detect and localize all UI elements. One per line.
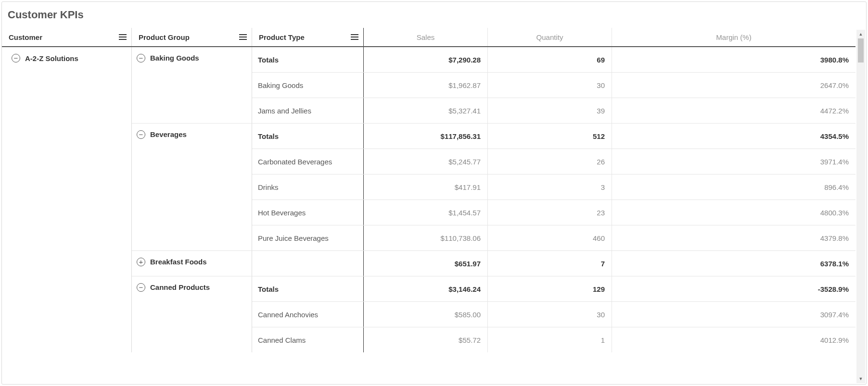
header-quantity[interactable]: Quantity xyxy=(488,28,612,46)
totals-quantity-cell: 7 xyxy=(488,251,612,276)
group-name: Breakfast Foods xyxy=(150,258,207,266)
header-product-type[interactable]: Product Type xyxy=(252,28,364,46)
panel-title: Customer KPIs xyxy=(2,2,866,28)
groups-column: Baking GoodsTotals$7,290.28693980.8%Baki… xyxy=(132,47,855,352)
header-customer-label: Customer xyxy=(9,33,42,41)
vertical-scrollbar[interactable]: ▲ ▼ xyxy=(856,30,865,383)
margin-cell: 3097.4% xyxy=(612,302,855,327)
expand-icon[interactable] xyxy=(137,258,145,266)
group-block: Canned ProductsTotals$3,146.24129-3528.9… xyxy=(132,276,855,352)
group-rows: Totals$117,856.315124354.5%Carbonated Be… xyxy=(252,124,855,250)
customer-column: A-2-Z Solutions xyxy=(2,47,132,352)
totals-sales-cell: $651.97 xyxy=(364,251,488,276)
table-row[interactable]: Hot Beverages$1,454.57234800.3% xyxy=(252,200,855,225)
menu-icon[interactable] xyxy=(239,34,247,40)
product-type-cell: Jams and Jellies xyxy=(252,98,364,123)
header-product-group[interactable]: Product Group xyxy=(132,28,252,46)
group-rows: $651.9776378.1% xyxy=(252,251,855,276)
product-type-cell: Hot Beverages xyxy=(252,200,364,225)
scroll-track[interactable] xyxy=(856,38,865,374)
menu-icon[interactable] xyxy=(351,34,358,40)
margin-cell: 3971.4% xyxy=(612,149,855,174)
collapse-icon[interactable] xyxy=(137,54,145,62)
margin-cell: 4379.8% xyxy=(612,225,855,250)
scroll-down-arrow-icon[interactable]: ▼ xyxy=(856,374,865,383)
group-totals-row[interactable]: $651.9776378.1% xyxy=(252,251,855,276)
table-row[interactable]: Canned Anchovies$585.00303097.4% xyxy=(252,302,855,327)
totals-margin-cell: 3980.8% xyxy=(612,47,855,72)
product-type-cell: Baking Goods xyxy=(252,73,364,98)
collapse-icon[interactable] xyxy=(137,283,145,292)
header-product-group-label: Product Group xyxy=(139,33,190,41)
group-block: Baking GoodsTotals$7,290.28693980.8%Baki… xyxy=(132,47,855,123)
product-type-cell: Pure Juice Beverages xyxy=(252,225,364,250)
table-row[interactable]: Pure Juice Beverages$110,738.064604379.8… xyxy=(252,225,855,250)
totals-sales-cell: $117,856.31 xyxy=(364,124,488,149)
group-label-cell[interactable]: Breakfast Foods xyxy=(132,251,252,276)
header-sales[interactable]: Sales xyxy=(364,28,488,46)
quantity-cell: 39 xyxy=(488,98,612,123)
margin-cell: 4800.3% xyxy=(612,200,855,225)
group-name: Beverages xyxy=(150,130,187,138)
margin-cell: 2647.0% xyxy=(612,73,855,98)
quantity-cell: 26 xyxy=(488,149,612,174)
customer-cell[interactable]: A-2-Z Solutions xyxy=(2,47,131,69)
menu-icon[interactable] xyxy=(119,34,127,40)
sales-cell: $1,962.87 xyxy=(364,73,488,98)
customer-name: A-2-Z Solutions xyxy=(25,54,78,62)
totals-label-cell: Totals xyxy=(252,276,364,301)
quantity-cell: 3 xyxy=(488,174,612,199)
margin-cell: 4472.2% xyxy=(612,98,855,123)
collapse-icon[interactable] xyxy=(137,130,145,139)
sales-cell: $585.00 xyxy=(364,302,488,327)
product-type-cell: Canned Clams xyxy=(252,327,364,352)
table-row[interactable]: Baking Goods$1,962.87302647.0% xyxy=(252,73,855,98)
group-totals-row[interactable]: Totals$117,856.315124354.5% xyxy=(252,124,855,149)
group-totals-row[interactable]: Totals$7,290.28693980.8% xyxy=(252,47,855,73)
group-label-cell[interactable]: Baking Goods xyxy=(132,47,252,123)
totals-quantity-cell: 129 xyxy=(488,276,612,301)
table-row[interactable]: Carbonated Beverages$5,245.77263971.4% xyxy=(252,149,855,174)
collapse-icon[interactable] xyxy=(12,54,20,62)
scroll-thumb[interactable] xyxy=(858,38,864,62)
group-block: BeveragesTotals$117,856.315124354.5%Carb… xyxy=(132,123,855,250)
group-rows: Totals$3,146.24129-3528.9%Canned Anchovi… xyxy=(252,276,855,352)
table-row[interactable]: Drinks$417.913896.4% xyxy=(252,174,855,200)
sales-cell: $5,327.41 xyxy=(364,98,488,123)
sales-cell: $5,245.77 xyxy=(364,149,488,174)
table-body: A-2-Z Solutions Baking GoodsTotals$7,290… xyxy=(2,47,866,382)
product-type-cell: Drinks xyxy=(252,174,364,199)
totals-label-cell: Totals xyxy=(252,124,364,149)
quantity-cell: 30 xyxy=(488,73,612,98)
group-label-cell[interactable]: Beverages xyxy=(132,124,252,250)
group-name: Baking Goods xyxy=(150,54,199,62)
quantity-cell: 1 xyxy=(488,327,612,352)
kpi-panel: Customer KPIs Customer Product Group Pro… xyxy=(1,1,867,385)
totals-quantity-cell: 69 xyxy=(488,47,612,72)
product-type-cell: Carbonated Beverages xyxy=(252,149,364,174)
totals-margin-cell: 6378.1% xyxy=(612,251,855,276)
table-row[interactable]: Jams and Jellies$5,327.41394472.2% xyxy=(252,98,855,123)
group-totals-row[interactable]: Totals$3,146.24129-3528.9% xyxy=(252,276,855,302)
group-name: Canned Products xyxy=(150,283,210,291)
totals-label-cell: Totals xyxy=(252,47,364,72)
group-block: Breakfast Foods$651.9776378.1% xyxy=(132,250,855,276)
totals-label-cell xyxy=(252,251,364,276)
header-customer[interactable]: Customer xyxy=(2,28,132,46)
table-row[interactable]: Canned Clams$55.7214012.9% xyxy=(252,327,855,352)
header-product-type-label: Product Type xyxy=(259,33,305,41)
quantity-cell: 30 xyxy=(488,302,612,327)
product-type-cell: Canned Anchovies xyxy=(252,302,364,327)
sales-cell: $110,738.06 xyxy=(364,225,488,250)
margin-cell: 4012.9% xyxy=(612,327,855,352)
header-margin[interactable]: Margin (%) xyxy=(612,28,855,46)
quantity-cell: 23 xyxy=(488,200,612,225)
totals-quantity-cell: 512 xyxy=(488,124,612,149)
margin-cell: 896.4% xyxy=(612,174,855,199)
totals-margin-cell: -3528.9% xyxy=(612,276,855,301)
quantity-cell: 460 xyxy=(488,225,612,250)
sales-cell: $55.72 xyxy=(364,327,488,352)
scroll-up-arrow-icon[interactable]: ▲ xyxy=(856,30,865,38)
group-label-cell[interactable]: Canned Products xyxy=(132,276,252,352)
totals-margin-cell: 4354.5% xyxy=(612,124,855,149)
